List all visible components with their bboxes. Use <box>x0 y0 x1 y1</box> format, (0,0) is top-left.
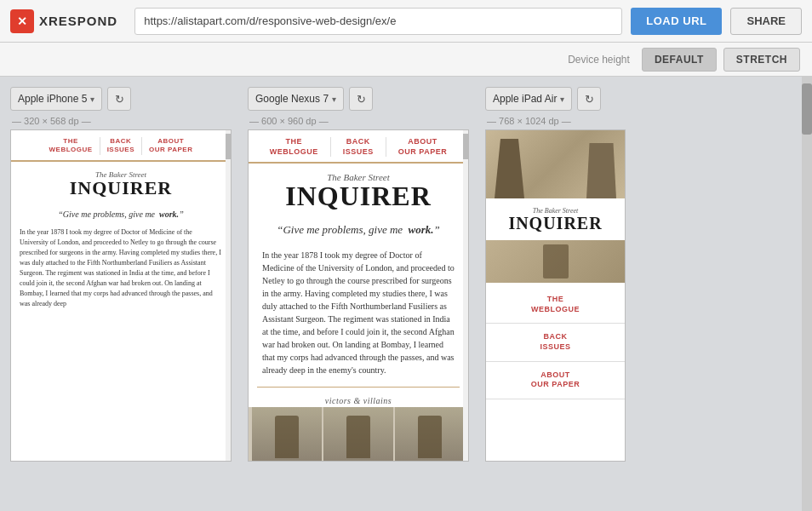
logo-text: XRESPOND <box>39 14 117 28</box>
ipad-frame: The Baker Street INQUIRER THEWEBLOGUE BA… <box>485 129 626 462</box>
default-view-button[interactable]: DEFAULT <box>642 48 717 72</box>
logo-icon: ✕ <box>10 9 34 33</box>
iphone-refresh-button[interactable]: ↻ <box>107 87 131 111</box>
ipad-nav-about[interactable]: ABOUTOUR PAPER <box>486 362 625 399</box>
nexus-body: In the year 1878 I took my degree of Doc… <box>249 244 468 382</box>
nexus-section-title: victors & villains <box>249 393 468 407</box>
villain-image-3 <box>395 407 465 461</box>
ipad-content: The Baker Street INQUIRER THEWEBLOGUE BA… <box>486 130 625 461</box>
iphone-device-dropdown[interactable]: Apple iPhone 5 ▾ <box>10 87 102 111</box>
sherlock-figure-right <box>586 143 616 198</box>
main-scrollbar-thumb <box>802 83 812 135</box>
load-url-button[interactable]: LOAD URL <box>631 8 722 35</box>
nexus-refresh-button[interactable]: ↻ <box>349 87 373 111</box>
ipad-secondary-image <box>486 240 625 283</box>
nexus-divider <box>257 387 460 388</box>
stretch-view-button[interactable]: STRETCH <box>723 48 800 72</box>
iphone-nav-weblogue[interactable]: THEWEBLOGUE <box>43 137 100 155</box>
iphone-dropdown-chevron: ▾ <box>90 95 94 104</box>
iphone-scrollbar[interactable] <box>226 130 231 461</box>
iphone-frame: THEWEBLOGUE BACKISSUES ABOUTOUR PAPER Th… <box>10 129 232 462</box>
ipad-title: INQUIRER <box>493 215 618 232</box>
iphone-nav-back[interactable]: BACKISSUES <box>100 137 142 155</box>
nexus-nav-back[interactable]: BACKISSUES <box>331 137 386 157</box>
ipad-nav-back[interactable]: BACKISSUES <box>486 324 625 361</box>
ipad-figure <box>543 244 569 278</box>
secondbar: Device height DEFAULT STRETCH <box>0 43 812 77</box>
nexus-device-label: Google Nexus 7 <box>255 93 329 105</box>
nexus-dimensions: — 600 × 960 dp — <box>248 116 473 126</box>
iphone-dimensions: — 320 × 568 dp — <box>10 116 236 126</box>
iphone-quote: “Give me problems, give me work.” <box>11 203 231 224</box>
nexus-nav-about[interactable]: ABOUTOUR PAPER <box>386 137 459 157</box>
nexus-content: THEWEBLOGUE BACKISSUES ABOUTOUR PAPER Th… <box>249 130 468 461</box>
ipad-device-dropdown[interactable]: Apple iPad Air ▾ <box>485 87 572 111</box>
nexus-scrollbar[interactable] <box>463 130 468 461</box>
nexus-quote: “Give me problems, give me work.” <box>249 215 468 244</box>
ipad-panel: Apple iPad Air ▾ ↻ — 768 × 1024 dp — The… <box>485 87 634 511</box>
logo-x: ✕ <box>17 14 27 28</box>
nexus-header: The Baker Street INQUIRER <box>249 164 468 215</box>
ipad-device-label: Apple iPad Air <box>493 93 557 105</box>
logo: ✕ XRESPOND <box>10 9 117 33</box>
nexus-toolbar: Google Nexus 7 ▾ ↻ <box>248 87 473 111</box>
device-height-label: Device height <box>568 54 630 66</box>
ipad-toolbar: Apple iPad Air ▾ ↻ <box>485 87 634 111</box>
ipad-refresh-button[interactable]: ↻ <box>577 87 601 111</box>
ipad-header: The Baker Street INQUIRER <box>486 198 625 237</box>
nexus-dropdown-chevron: ▾ <box>332 95 336 104</box>
iphone-content: THEWEBLOGUE BACKISSUES ABOUTOUR PAPER Th… <box>11 130 231 461</box>
nexus-title: INQUIRER <box>255 182 461 210</box>
iphone-title: INQUIRER <box>18 179 224 198</box>
villain-image-1 <box>252 407 322 461</box>
share-button[interactable]: SHARE <box>730 8 802 35</box>
ipad-sherlock-image <box>486 130 625 198</box>
ipad-dimensions: — 768 × 1024 dp — <box>485 116 634 126</box>
nexus-frame: THEWEBLOGUE BACKISSUES ABOUTOUR PAPER Th… <box>248 129 469 462</box>
nexus-panel: Google Nexus 7 ▾ ↻ — 600 × 960 dp — THEW… <box>248 87 473 511</box>
iphone-nav: THEWEBLOGUE BACKISSUES ABOUTOUR PAPER <box>11 130 231 162</box>
nexus-nav: THEWEBLOGUE BACKISSUES ABOUTOUR PAPER <box>249 130 468 164</box>
main-scrollbar[interactable] <box>802 77 812 511</box>
iphone-panel: Apple iPhone 5 ▾ ↻ — 320 × 568 dp — THEW… <box>10 87 236 511</box>
nexus-nav-weblogue[interactable]: THEWEBLOGUE <box>258 137 331 157</box>
villain-image-2 <box>323 407 393 461</box>
iphone-header: The Baker Street INQUIRER <box>11 162 231 203</box>
sherlock-figure-left <box>495 139 524 198</box>
ipad-nav: THEWEBLOGUE BACKISSUES ABOUTOUR PAPER <box>486 286 625 399</box>
ipad-dropdown-chevron: ▾ <box>560 95 564 104</box>
iphone-device-label: Apple iPhone 5 <box>18 93 87 105</box>
iphone-body: In the year 1878 I took my degree of Doc… <box>11 224 231 313</box>
iphone-toolbar: Apple iPhone 5 ▾ ↻ <box>10 87 236 111</box>
topbar: ✕ XRESPOND LOAD URL SHARE <box>0 0 812 43</box>
main-area: Apple iPhone 5 ▾ ↻ — 320 × 568 dp — THEW… <box>0 77 812 511</box>
ipad-nav-weblogue[interactable]: THEWEBLOGUE <box>486 286 625 324</box>
url-input[interactable] <box>134 8 622 35</box>
nexus-device-dropdown[interactable]: Google Nexus 7 ▾ <box>248 87 344 111</box>
iphone-nav-about[interactable]: ABOUTOUR PAPER <box>142 137 199 155</box>
nexus-villain-images <box>249 407 468 461</box>
